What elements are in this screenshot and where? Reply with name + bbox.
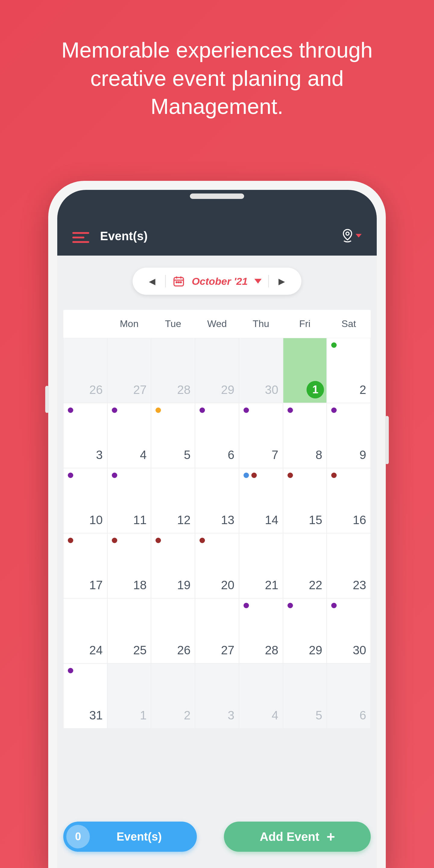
calendar-cell[interactable]: 10 bbox=[63, 468, 107, 533]
calendar-cell[interactable]: 5 bbox=[151, 403, 195, 468]
calendar-cell[interactable]: 13 bbox=[195, 468, 239, 533]
calendar-cell[interactable]: 14 bbox=[239, 468, 283, 533]
calendar-cell[interactable]: 2 bbox=[327, 338, 371, 403]
calendar-cell[interactable]: 28 bbox=[239, 598, 283, 663]
calendar-cell[interactable]: 28 bbox=[151, 338, 195, 403]
calendar-cell[interactable]: 26 bbox=[151, 598, 195, 663]
caret-down-icon[interactable] bbox=[254, 279, 261, 284]
calendar-cell[interactable]: 31 bbox=[63, 663, 107, 728]
weekday-header: Mon Tue Wed Thu Fri Sat bbox=[63, 310, 371, 338]
calendar-cell[interactable]: 12 bbox=[151, 468, 195, 533]
svg-point-6 bbox=[178, 282, 179, 283]
calendar-cell[interactable]: 19 bbox=[151, 533, 195, 598]
calendar-cell[interactable]: 23 bbox=[327, 533, 371, 598]
event-dots bbox=[68, 472, 73, 478]
event-dots bbox=[68, 407, 73, 413]
day-number: 16 bbox=[352, 513, 366, 527]
event-dots bbox=[287, 472, 293, 478]
day-number: 2 bbox=[360, 383, 366, 397]
calendar-cell[interactable]: 20 bbox=[195, 533, 239, 598]
calendar-cell[interactable]: 15 bbox=[283, 468, 327, 533]
day-number: 25 bbox=[133, 644, 147, 657]
menu-icon[interactable] bbox=[72, 232, 89, 243]
day-number: 20 bbox=[221, 578, 235, 592]
day-number: 22 bbox=[309, 578, 322, 592]
calendar-cell[interactable]: 6 bbox=[327, 663, 371, 728]
calendar-cell[interactable]: 16 bbox=[327, 468, 371, 533]
event-dots bbox=[287, 603, 293, 608]
calendar-cell[interactable]: 26 bbox=[63, 338, 107, 403]
page-title: Event(s) bbox=[100, 229, 341, 243]
event-dot-icon bbox=[287, 603, 293, 608]
month-label[interactable]: October '21 bbox=[192, 276, 248, 287]
event-dots bbox=[156, 407, 161, 413]
bottom-bar: 0 Event(s) Add Event + bbox=[63, 822, 371, 852]
power-button bbox=[385, 416, 389, 464]
add-event-button[interactable]: Add Event + bbox=[224, 822, 371, 852]
event-dots bbox=[156, 538, 161, 543]
day-number: 13 bbox=[221, 513, 235, 527]
divider bbox=[268, 275, 269, 287]
calendar-cell[interactable]: 5 bbox=[283, 663, 327, 728]
svg-point-7 bbox=[180, 282, 181, 283]
event-dot-icon bbox=[112, 407, 117, 413]
calendar-cell[interactable]: 2 bbox=[151, 663, 195, 728]
day-number: 4 bbox=[272, 709, 278, 722]
calendar-cell[interactable]: 1 bbox=[107, 663, 151, 728]
calendar-cell[interactable]: 27 bbox=[107, 338, 151, 403]
event-dot-icon bbox=[68, 407, 73, 413]
event-dots bbox=[199, 407, 205, 413]
location-picker[interactable] bbox=[341, 228, 362, 243]
calendar-cell[interactable]: 11 bbox=[107, 468, 151, 533]
svg-point-5 bbox=[176, 282, 177, 283]
weekday-label: Wed bbox=[195, 310, 239, 338]
calendar-icon bbox=[173, 275, 185, 287]
calendar-cell[interactable]: 27 bbox=[195, 598, 239, 663]
calendar-cell[interactable]: 29 bbox=[283, 598, 327, 663]
event-dots bbox=[331, 472, 337, 478]
prev-month-button[interactable]: ◀ bbox=[146, 276, 158, 286]
calendar-cell[interactable]: 18 bbox=[107, 533, 151, 598]
day-number: 17 bbox=[89, 578, 103, 592]
calendar-cell[interactable]: 29 bbox=[195, 338, 239, 403]
month-selector: ◀ October '21 ▶ bbox=[133, 268, 301, 295]
calendar-cell[interactable]: 25 bbox=[107, 598, 151, 663]
day-number: 19 bbox=[177, 578, 191, 592]
calendar-cell[interactable]: 1 bbox=[283, 338, 327, 403]
calendar-cell[interactable]: 17 bbox=[63, 533, 107, 598]
calendar-cell[interactable]: 24 bbox=[63, 598, 107, 663]
calendar-cell[interactable]: 4 bbox=[239, 663, 283, 728]
day-number: 27 bbox=[133, 383, 147, 397]
volume-button bbox=[45, 386, 49, 413]
day-number: 29 bbox=[309, 644, 322, 657]
calendar-cell[interactable]: 3 bbox=[63, 403, 107, 468]
calendar-cell[interactable]: 9 bbox=[327, 403, 371, 468]
next-month-button[interactable]: ▶ bbox=[276, 276, 288, 286]
day-number: 6 bbox=[228, 448, 235, 462]
event-dot-icon bbox=[112, 538, 117, 543]
day-number: 11 bbox=[133, 513, 147, 527]
event-dot-icon bbox=[251, 472, 257, 478]
day-number: 15 bbox=[309, 513, 322, 527]
event-dot-icon bbox=[287, 472, 293, 478]
day-number: 2 bbox=[184, 709, 190, 722]
weekday-label: Sat bbox=[327, 310, 371, 338]
calendar-cell[interactable]: 21 bbox=[239, 533, 283, 598]
calendar-cell[interactable]: 8 bbox=[283, 403, 327, 468]
calendar-cell[interactable]: 3 bbox=[195, 663, 239, 728]
events-count-pill[interactable]: 0 Event(s) bbox=[63, 822, 197, 852]
event-dots bbox=[331, 342, 337, 348]
calendar-cell[interactable]: 7 bbox=[239, 403, 283, 468]
calendar-cell[interactable]: 4 bbox=[107, 403, 151, 468]
event-dot-icon bbox=[244, 407, 249, 413]
event-dot-icon bbox=[156, 407, 161, 413]
event-dots bbox=[199, 538, 205, 543]
calendar-cell[interactable]: 30 bbox=[239, 338, 283, 403]
hero-tagline: Memorable experiences through creative e… bbox=[0, 0, 434, 121]
calendar-cell[interactable]: 22 bbox=[283, 533, 327, 598]
weekday-label: Thu bbox=[239, 310, 283, 338]
day-number: 30 bbox=[265, 383, 278, 397]
calendar-cell[interactable]: 30 bbox=[327, 598, 371, 663]
events-count-badge: 0 bbox=[66, 825, 90, 848]
calendar-cell[interactable]: 6 bbox=[195, 403, 239, 468]
